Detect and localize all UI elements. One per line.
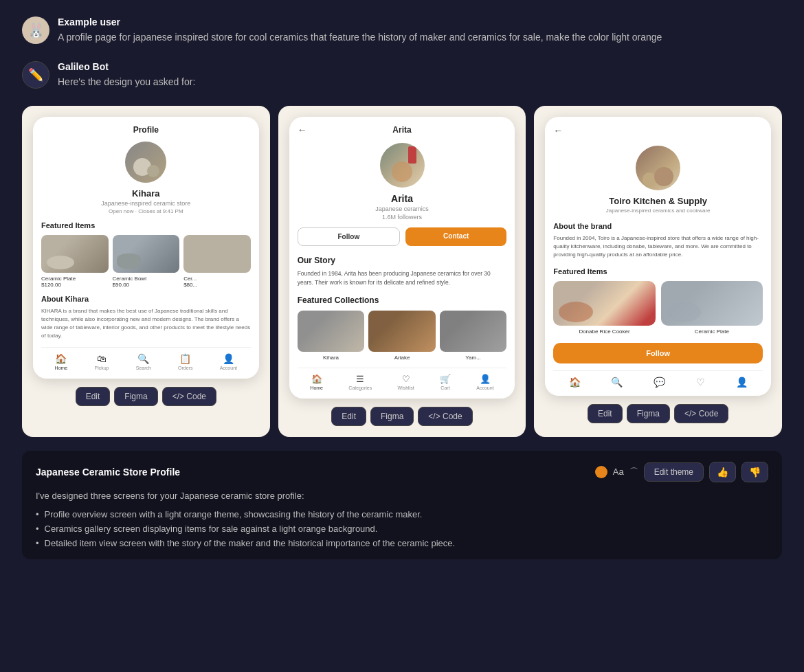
design-previews: Profile Kihara Japanese-inspired ceramic…	[22, 106, 782, 437]
s1-edit-button[interactable]: Edit	[76, 387, 111, 406]
s2-story-title: Our Story	[298, 256, 507, 265]
s2-code-button[interactable]: </> Code	[418, 407, 472, 426]
bottom-desc: I've designed three screens for your Jap…	[36, 491, 768, 501]
s3-item-donabe[interactable]: Donabe Rice Cooker	[553, 281, 655, 335]
s3-back-icon[interactable]: ←	[553, 125, 563, 136]
user-name: Example user	[58, 16, 662, 27]
s1-about-text: KIHARA is a brand that makes the best us…	[41, 307, 251, 340]
s2-edit-button[interactable]: Edit	[331, 407, 366, 426]
s3-follow-button[interactable]: Follow	[553, 343, 763, 363]
s3-nav-account[interactable]: 👤	[736, 377, 748, 388]
s2-col-3[interactable]: Yam...	[440, 311, 507, 361]
s3-featured-title: Featured Items	[553, 267, 763, 276]
theme-color-dot	[595, 466, 607, 478]
s3-item-plate[interactable]: Ceramic Plate	[661, 281, 763, 335]
user-prompt: A profile page for japanese inspired sto…	[58, 30, 662, 45]
s1-item-2[interactable]: Ceramic Bowl $90.00	[113, 235, 180, 288]
user-message-content: Example user A profile page for japanese…	[58, 16, 662, 45]
phone-mockup-3: ← Toiro Kitchen & Supply Japanese-inspir…	[545, 117, 771, 396]
user-avatar: 🐰	[22, 16, 49, 44]
s2-nav-categories[interactable]: ☰ Categories	[348, 374, 372, 390]
s2-bottom-nav: 🏠 Home ☰ Categories ♡ Wishlist 🛒 Cart 👤	[298, 368, 507, 390]
s2-col-kihara-label: Kihara	[298, 355, 365, 361]
s3-item-plate-image	[661, 281, 763, 326]
s1-item-3-name: Cer...	[183, 276, 251, 282]
edit-theme-button[interactable]: Edit theme	[644, 462, 704, 482]
s1-item-3[interactable]: Cer... $80...	[183, 235, 251, 288]
s3-item-plate-name: Ceramic Plate	[661, 328, 763, 335]
s1-nav-search[interactable]: 🔍 Search	[136, 353, 151, 370]
theme-curve-icon: ⌒	[629, 466, 638, 478]
s3-actions: Edit Figma </> Code	[545, 404, 771, 423]
thumbs-up-button[interactable]: 👍	[709, 462, 736, 482]
s3-nav-message[interactable]: 💬	[654, 377, 665, 388]
bot-message: ✏️ Galileo Bot Here's the design you ask…	[22, 61, 782, 89]
s2-back-icon[interactable]: ←	[298, 124, 307, 135]
s2-nav-account[interactable]: 👤 Account	[476, 374, 493, 390]
s1-item-1[interactable]: Ceramic Plate $120.00	[41, 235, 109, 288]
s2-title: Arita	[392, 125, 411, 135]
s2-store-name: Arita	[298, 193, 507, 204]
bot-name: Galileo Bot	[58, 61, 195, 72]
s3-about-title: About the brand	[553, 222, 763, 230]
s3-item-donabe-name: Donabe Rice Cooker	[553, 328, 655, 335]
bullet-item-3: Detailed item view screen with the story…	[36, 538, 768, 548]
s2-figma-button[interactable]: Figma	[370, 407, 414, 426]
s1-store-sub: Japanese-inspired ceramic store	[41, 200, 251, 207]
bot-avatar: ✏️	[22, 61, 49, 89]
s3-item-donabe-image	[553, 281, 655, 326]
s2-follow-button[interactable]: Follow	[298, 227, 400, 246]
s2-nav-wishlist[interactable]: ♡ Wishlist	[398, 374, 414, 390]
s1-item-1-image	[41, 235, 109, 273]
s3-figma-button[interactable]: Figma	[627, 404, 670, 423]
s3-items-grid: Donabe Rice Cooker Ceramic Plate	[553, 281, 763, 335]
s2-story-text: Founded in 1984, Arita has been producin…	[298, 269, 507, 287]
bottom-title: Japanese Ceramic Store Profile	[36, 467, 180, 478]
bot-intro: Here's the design you asked for:	[58, 75, 195, 89]
s1-actions: Edit Figma </> Code	[33, 387, 259, 406]
s1-nav-home[interactable]: 🏠 Home	[55, 353, 68, 370]
s2-nav-home[interactable]: 🏠 Home	[310, 374, 323, 390]
s2-profile-image	[380, 143, 425, 188]
s1-nav-pickup[interactable]: 🛍 Pickup	[94, 353, 109, 370]
s1-profile-image	[125, 142, 166, 183]
s1-items-grid: Ceramic Plate $120.00 Ceramic Bowl $90.0…	[41, 235, 251, 288]
s1-store-name: Kihara	[41, 188, 251, 199]
s1-nav-orders[interactable]: 📋 Orders	[178, 353, 192, 370]
s1-featured-title: Featured Items	[41, 221, 251, 229]
user-message: 🐰 Example user A profile page for japane…	[22, 16, 782, 45]
s2-col-ariake-image	[368, 311, 436, 352]
thumbs-down-button[interactable]: 👎	[741, 462, 768, 482]
s2-col-kihara-image	[298, 311, 365, 352]
bottom-section: Japanese Ceramic Store Profile Aa ⌒ Edit…	[22, 451, 782, 559]
bot-message-content: Galileo Bot Here's the design you asked …	[58, 61, 195, 89]
s3-store-name: Toiro Kitchen & Supply	[553, 196, 763, 206]
s1-item-2-image	[113, 235, 180, 273]
s2-nav-cart[interactable]: 🛒 Cart	[440, 374, 451, 390]
phone-mockup-2: ← Arita Arita Japanese ceramics 1.6M fol…	[289, 117, 515, 399]
s2-contact-button[interactable]: Contact	[405, 227, 506, 246]
s1-nav-account[interactable]: 👤 Account	[220, 353, 237, 370]
s2-col-kihara[interactable]: Kihara	[298, 311, 365, 361]
s1-figma-button[interactable]: Figma	[114, 387, 157, 406]
s3-nav-search[interactable]: 🔍	[611, 377, 623, 388]
s3-header: ←	[553, 125, 763, 136]
s1-item-2-price: $90.00	[113, 282, 180, 288]
s3-edit-button[interactable]: Edit	[588, 404, 623, 423]
s1-item-1-name: Ceramic Plate	[41, 276, 109, 282]
s2-header: ← Arita	[298, 125, 507, 135]
s3-code-button[interactable]: </> Code	[674, 404, 728, 423]
s2-col-3-image	[440, 311, 507, 352]
preview-card-2: ← Arita Arita Japanese ceramics 1.6M fol…	[278, 106, 526, 437]
s1-about-title: About Kihara	[41, 295, 251, 303]
s2-col-ariake[interactable]: Ariake	[368, 311, 436, 361]
s1-bottom-nav: 🏠 Home 🛍 Pickup 🔍 Search 📋 Orders 👤	[41, 347, 251, 370]
s1-code-button[interactable]: </> Code	[162, 387, 216, 406]
s3-nav-heart[interactable]: ♡	[696, 377, 705, 388]
bullet-item-2: Ceramics gallery screen displaying items…	[36, 524, 768, 534]
s3-nav-home[interactable]: 🏠	[569, 377, 581, 388]
theme-text-label: Aa	[613, 467, 624, 477]
s3-profile-image	[636, 146, 680, 190]
bullet-item-1: Profile overview screen with a light ora…	[36, 509, 768, 519]
s1-store-status: Open now · Closes at 9:41 PM	[41, 208, 251, 214]
